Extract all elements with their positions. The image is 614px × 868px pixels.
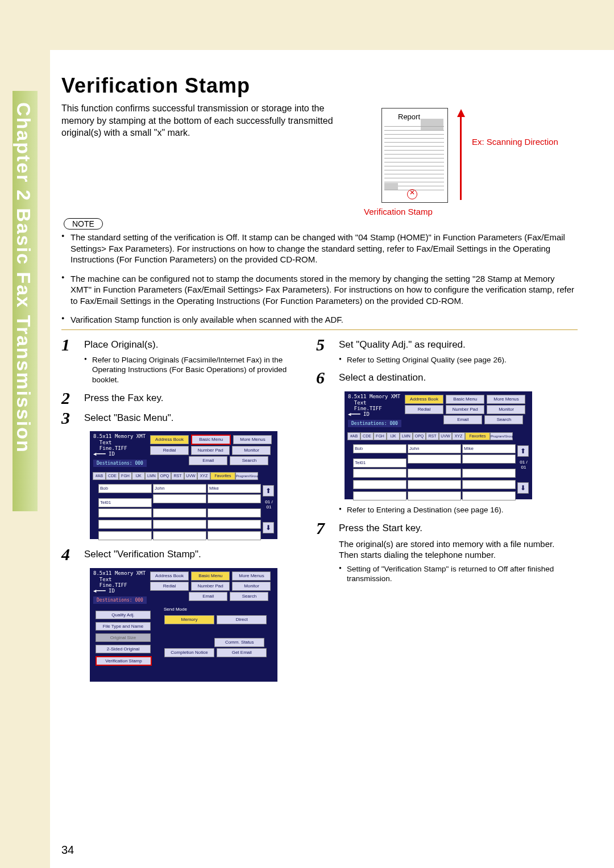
screenshot-verification-stamp: 8.5x11 Memory XMT Text Fine.TIFF ◀━━━ ID… (90, 568, 277, 682)
ss-monitor[interactable]: Monitor (232, 446, 271, 455)
scan-direction-label: Ex: Scanning Direction (472, 136, 558, 148)
separator (61, 329, 578, 330)
ss-destinations: Destinations: 000 (93, 460, 147, 467)
ss-redial[interactable]: Redial (150, 446, 189, 455)
notes-block: The standard setting of the verification… (61, 232, 575, 333)
scroll-up-icon[interactable]: ⬆ (263, 485, 274, 496)
steps-left: 1 Place Original(s). Refer to Placing Or… (61, 339, 306, 691)
header-band (0, 0, 614, 50)
note-item: The machine can be configured not to sta… (61, 273, 575, 307)
step-sub: Refer to Entering a Destination (see pag… (339, 505, 561, 515)
ss-basic-menu[interactable]: Basic Menu (191, 435, 231, 445)
ss-verification-stamp-button[interactable]: Verification Stamp (96, 656, 152, 666)
steps-right: 5 Set "Quality Adj." as required. Refer … (316, 339, 561, 591)
ss-address-book[interactable]: Address Book (150, 435, 189, 444)
ss-email[interactable]: Email (189, 456, 227, 465)
note-item: Varification Stamp function is only avai… (61, 314, 575, 326)
note-badge: NOTE (64, 218, 103, 229)
page-title: Verification Stamp (61, 74, 250, 98)
step-text: Select "Verification Stamp". (84, 548, 306, 561)
report-shade-2 (384, 183, 398, 190)
step-text: Set "Quality Adj." as required. (339, 339, 561, 352)
screenshot-destination: 8.5x11 Memory XMT Text Fine.TIFF◀━━━ ID … (345, 391, 532, 499)
scroll-down-icon[interactable]: ⬇ (517, 482, 529, 494)
scroll-up-icon[interactable]: ⬆ (517, 445, 529, 457)
verification-stamp-caption: Verification Stamp (364, 207, 433, 216)
step-body: The original(s) are stored into memory w… (339, 539, 561, 561)
step-sub: Refer to Placing Originals (Facsimile/In… (84, 355, 306, 385)
step-text: Press the Fax key. (84, 392, 306, 405)
step-number: 2 (61, 389, 70, 408)
step-text: Press the Start key. (339, 522, 561, 535)
step-number: 3 (61, 408, 70, 428)
step-number: 5 (316, 335, 325, 354)
stamp-x-icon: ✕ (409, 189, 415, 197)
step-text: Select a destination. (339, 372, 561, 385)
step-sub: Setting of "Verification Stamp" is retur… (339, 564, 561, 584)
ss-search[interactable]: Search (230, 456, 268, 465)
page-number: 34 (61, 844, 74, 857)
step-sub: Refer to Setting Original Quality (see p… (339, 355, 561, 365)
step-number: 6 (316, 368, 325, 387)
note-item: The standard setting of the verification… (61, 232, 575, 265)
step-number: 1 (61, 335, 70, 354)
chapter-label: Chapter 2 Basic Fax Transmission (13, 102, 35, 453)
report-label: Report (398, 112, 420, 121)
step-number: 7 (316, 519, 325, 538)
arrow-up-icon (457, 109, 465, 200)
step-text: Select "Basic Menu". (84, 412, 306, 425)
ss-number-pad[interactable]: Number Pad (191, 446, 230, 455)
scroll-down-icon[interactable]: ⬇ (263, 522, 274, 533)
intro-text: This function confirms successful transm… (61, 102, 357, 139)
screenshot-basic-menu: 8.5x11 Memory XMT Text Fine.TIFF ◀━━━ ID… (90, 431, 277, 539)
step-number: 4 (61, 545, 70, 564)
ss-page-counter: 01 / 01 (264, 499, 274, 510)
ss-more-menus[interactable]: More Menus (233, 435, 272, 444)
step-text: Place Original(s). (84, 339, 306, 352)
